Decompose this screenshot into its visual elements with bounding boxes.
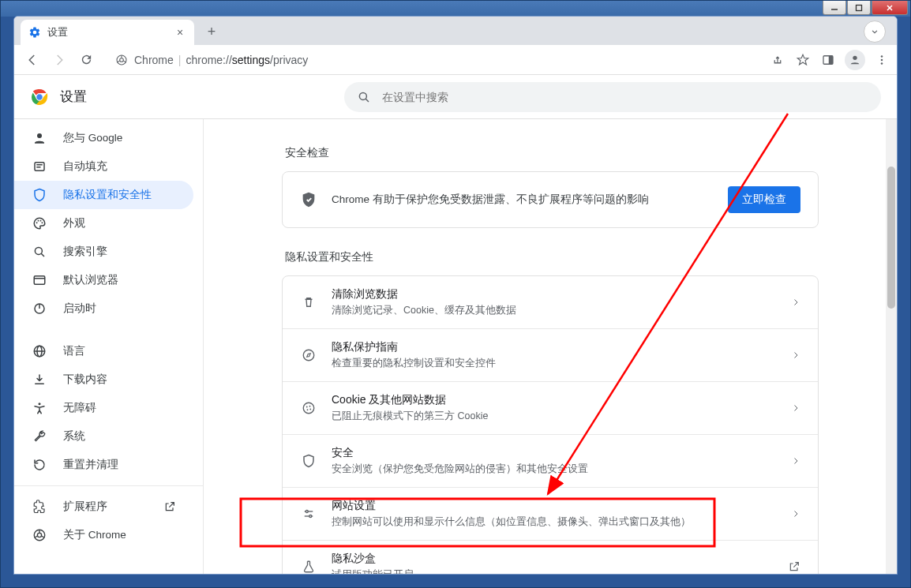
palette-icon (32, 215, 47, 231)
svg-point-41 (307, 409, 309, 410)
row-title: 网站设置 (332, 499, 791, 513)
shield-icon (32, 187, 47, 203)
row-title: 隐私保护指南 (332, 340, 791, 354)
safety-section-title: 安全检查 (285, 146, 819, 160)
sidebar-item-reset[interactable]: 重置并清理 (14, 451, 193, 479)
search-settings-box[interactable] (344, 82, 881, 112)
side-panel-icon[interactable] (819, 51, 837, 69)
svg-rect-7 (829, 55, 833, 64)
svg-point-25 (35, 247, 42, 254)
sidebar-item-accessibility[interactable]: 无障碍 (14, 394, 193, 422)
privacy-row-flask[interactable]: 隐私沙盒试用版功能已开启 (283, 540, 818, 574)
search-settings-input[interactable] (382, 91, 868, 103)
sliders-icon (300, 505, 317, 522)
compass-icon (300, 346, 317, 364)
chevron-right-icon (791, 403, 800, 413)
new-tab-button[interactable]: + (201, 21, 223, 43)
svg-rect-1 (857, 5, 862, 10)
sidebar-item-label: 启动时 (63, 301, 96, 316)
kebab-menu-icon[interactable] (873, 51, 890, 69)
privacy-section-title: 隐私设置和安全性 (285, 250, 819, 264)
privacy-row-cookie[interactable]: Cookie 及其他网站数据已阻止无痕模式下的第三方 Cookie (283, 381, 818, 434)
sidebar-item-download[interactable]: 下载内容 (14, 365, 193, 394)
window-maximize-button[interactable] (847, 1, 871, 15)
external-link-icon (163, 500, 176, 513)
chrome-icon (32, 527, 47, 543)
sidebar-item-search[interactable]: 搜索引擎 (14, 238, 193, 266)
forward-button[interactable] (47, 48, 71, 72)
sidebar-item-extension[interactable]: 扩展程序 (14, 492, 193, 521)
svg-point-39 (306, 406, 308, 408)
privacy-row-shield[interactable]: 安全安全浏览（保护您免受危险网站的侵害）和其他安全设置 (283, 434, 818, 487)
url-separator: | (178, 54, 182, 66)
settings-header: 设置 (14, 75, 897, 119)
browser-toolbar: Chrome | chrome://settings/privacy (14, 45, 897, 75)
svg-point-34 (39, 403, 41, 405)
sidebar-item-chrome[interactable]: 关于 Chrome (14, 521, 193, 549)
autofill-icon (32, 159, 47, 174)
sidebar-item-label: 系统 (63, 429, 85, 444)
reload-button[interactable] (74, 48, 98, 72)
browser-window: 设置 × + Chrome | chrome://settings/priva (13, 16, 898, 575)
settings-main: 安全检查 Chrome 有助于保护您免受数据泄露、不良扩展程序等问题的影响 立即… (204, 75, 897, 574)
sidebar-item-power[interactable]: 启动时 (14, 294, 193, 323)
row-title: 隐私沙盒 (332, 552, 788, 566)
sidebar-item-label: 扩展程序 (63, 500, 107, 514)
sidebar-item-autofill[interactable]: 自动填充 (14, 152, 193, 181)
sidebar-item-browser[interactable]: 默认浏览器 (14, 266, 193, 294)
share-icon[interactable] (769, 51, 786, 69)
window-minimize-button[interactable] (823, 1, 846, 15)
sidebar-item-palette[interactable]: 外观 (14, 209, 193, 238)
row-title: Cookie 及其他网站数据 (332, 393, 791, 407)
cookie-icon (300, 399, 317, 417)
profile-avatar[interactable] (845, 50, 865, 70)
svg-point-22 (38, 220, 39, 222)
browser-tab-settings[interactable]: 设置 × (21, 20, 194, 45)
sidebar-item-person[interactable]: 您与 Google (14, 124, 193, 152)
privacy-section: 隐私设置和安全性 清除浏览数据清除浏览记录、Cookie、缓存及其他数据隐私保护… (282, 250, 819, 574)
bookmark-star-icon[interactable] (794, 51, 812, 69)
svg-line-16 (366, 99, 369, 102)
page-title: 设置 (60, 88, 87, 106)
sidebar-item-wrench[interactable]: 系统 (14, 422, 193, 451)
row-desc: 清除浏览记录、Cookie、缓存及其他数据 (332, 304, 791, 317)
sidebar-item-label: 外观 (63, 216, 85, 230)
chevron-right-icon (791, 350, 800, 360)
back-button[interactable] (21, 48, 44, 72)
sidebar-item-shield[interactable]: 隐私设置和安全性 (14, 181, 193, 209)
globe-icon (32, 343, 47, 359)
privacy-row-sliders[interactable]: 网站设置控制网站可以使用和显示什么信息（如位置信息、摄像头、弹出式窗口及其他） (283, 487, 818, 540)
svg-point-21 (36, 222, 38, 223)
settings-sidebar: 您与 Google自动填充隐私设置和安全性外观搜索引擎默认浏览器启动时 语言下载… (14, 75, 204, 574)
sidebar-item-label: 重置并清理 (63, 458, 118, 472)
sidebar-item-label: 关于 Chrome (63, 528, 126, 542)
row-desc: 已阻止无痕模式下的第三方 Cookie (332, 410, 791, 423)
window-close-button[interactable] (872, 1, 908, 15)
row-desc: 试用版功能已开启 (332, 568, 788, 574)
search-icon (32, 244, 47, 260)
chevron-right-icon (791, 298, 800, 307)
chevron-right-icon (791, 509, 800, 519)
chrome-logo-icon (30, 88, 49, 107)
url-scheme: chrome:// (186, 54, 231, 66)
scrollbar-thumb[interactable] (887, 167, 895, 309)
svg-line-26 (41, 253, 44, 257)
check-now-button[interactable]: 立即检查 (728, 186, 800, 213)
os-titlebar (1, 1, 910, 17)
content-area: 设置 您与 Google自动填充隐私设置和安全性外观搜索引擎默认浏览器启动时 语… (14, 75, 897, 574)
content-scrollbar[interactable] (886, 119, 897, 574)
url-host: Chrome (134, 54, 174, 66)
safety-check-row: Chrome 有助于保护您免受数据泄露、不良扩展程序等问题的影响 立即检查 (283, 172, 818, 227)
tab-strip: 设置 × + (14, 17, 897, 45)
address-bar[interactable]: Chrome | chrome://settings/privacy (107, 48, 753, 72)
window-frame: 设置 × + Chrome | chrome://settings/priva (0, 0, 911, 588)
url-path-bold: settings (232, 54, 270, 66)
tab-list-button[interactable] (864, 21, 886, 43)
privacy-row-trash[interactable]: 清除浏览数据清除浏览记录、Cookie、缓存及其他数据 (283, 276, 818, 328)
sidebar-item-globe[interactable]: 语言 (14, 337, 193, 365)
sidebar-item-label: 您与 Google (63, 131, 122, 145)
privacy-row-compass[interactable]: 隐私保护指南检查重要的隐私控制设置和安全控件 (283, 328, 818, 381)
reset-icon (32, 457, 47, 473)
tab-close-button[interactable]: × (174, 26, 186, 39)
tab-title: 设置 (47, 26, 68, 39)
